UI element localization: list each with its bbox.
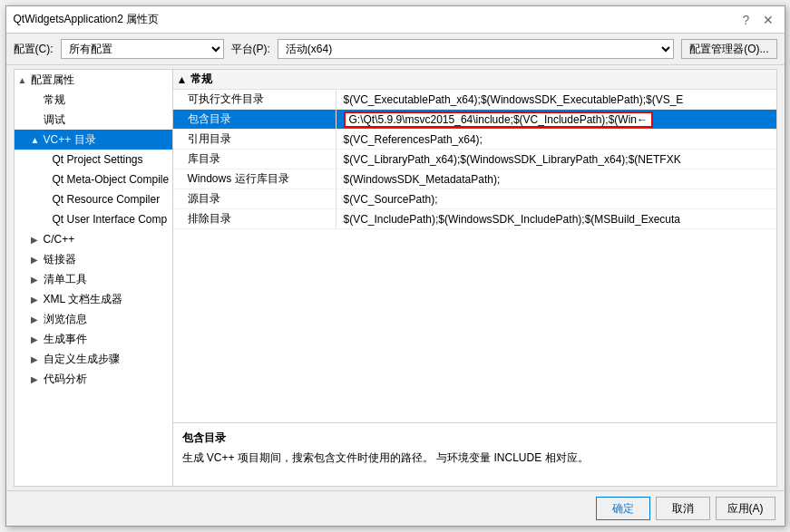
browse-expand-icon: ▶ — [31, 314, 44, 324]
tree-item-linker-label: 链接器 — [44, 252, 172, 267]
tree-item-qt-project-label: Qt Project Settings — [53, 153, 172, 166]
tree-item-vcpp-label: VC++ 目录 — [44, 132, 172, 148]
prop-name-winrt: Windows 运行库目录 — [173, 169, 336, 189]
tree-item-debug-label: 调试 — [44, 112, 172, 128]
tree-item-qt-ui[interactable]: Qt User Interface Comp — [15, 209, 172, 229]
tree-item-build-events[interactable]: ▶ 生成事件 — [15, 329, 172, 349]
prop-value-include: G:\Qt\5.9.9\msvc2015_64\include;$(VC_Inc… — [336, 110, 776, 129]
desc-title: 包含目录 — [182, 430, 767, 446]
tree-item-custom-build[interactable]: ▶ 自定义生成步骤 — [15, 349, 172, 369]
cpp-expand-icon: ▶ — [31, 235, 44, 245]
prop-value-lib: $(VC_LibraryPath_x64);$(WindowsSDK_Libra… — [336, 150, 776, 169]
prop-name-src: 源目录 — [173, 189, 336, 208]
section-header-general[interactable]: ▲ 常规 — [173, 70, 776, 90]
description-panel: 包含目录 生成 VC++ 项目期间，搜索包含文件时使用的路径。 与环境变量 IN… — [173, 422, 776, 486]
tree-item-qt-meta-label: Qt Meta-Object Compile — [53, 173, 172, 186]
prop-value-src: $(VC_SourcePath); — [336, 189, 776, 208]
config-manager-button[interactable]: 配置管理器(O)... — [681, 39, 776, 59]
tree-item-cpp[interactable]: ▶ C/C++ — [15, 229, 172, 249]
prop-value-exe: $(VC_ExecutablePath_x64);$(WindowsSDK_Ex… — [336, 90, 776, 109]
title-bar-buttons: ? ✕ — [737, 11, 777, 29]
tree-item-qt-resource[interactable]: Qt Resource Compiler — [15, 189, 172, 209]
prop-row-excl[interactable]: 排除目录 $(VC_IncludePath);$(WindowsSDK_Incl… — [173, 209, 776, 229]
prop-row-winrt[interactable]: Windows 运行库目录 $(WindowsSDK_MetadataPath)… — [173, 169, 776, 189]
prop-name-excl: 排除目录 — [173, 209, 336, 228]
tree-root-label: 配置属性 — [31, 73, 172, 88]
title-bar: QtWidgetsApplication2 属性页 ? ✕ — [6, 6, 785, 34]
prop-row-include[interactable]: 包含目录 G:\Qt\5.9.9\msvc2015_64\include;$(V… — [173, 110, 776, 130]
window-title: QtWidgetsApplication2 属性页 — [14, 12, 160, 27]
section-expand-icon: ▲ — [177, 73, 188, 86]
tree-item-vcpp[interactable]: ▲ VC++ 目录 — [15, 130, 172, 150]
prop-value-excl: $(VC_IncludePath);$(WindowsSDK_IncludePa… — [336, 209, 776, 228]
linker-expand-icon: ▶ — [31, 255, 44, 265]
root-expand-icon: ▲ — [18, 75, 31, 85]
tree-item-general-label: 常规 — [44, 92, 172, 108]
left-panel: ▲ 配置属性 常规 调试 ▲ VC++ 目录 Qt Project Settin… — [15, 70, 173, 486]
prop-name-lib: 库目录 — [173, 150, 336, 169]
prop-value-winrt: $(WindowsSDK_MetadataPath); — [336, 169, 776, 189]
tree-item-code-analysis-label: 代码分析 — [44, 372, 172, 387]
section-header-label: 常规 — [190, 72, 212, 87]
build-events-expand-icon: ▶ — [31, 334, 44, 344]
prop-row-exe[interactable]: 可执行文件目录 $(VC_ExecutablePath_x64);$(Windo… — [173, 90, 776, 110]
manifest-expand-icon: ▶ — [31, 275, 44, 285]
code-analysis-expand-icon: ▶ — [31, 374, 44, 384]
prop-row-lib[interactable]: 库目录 $(VC_LibraryPath_x64);$(WindowsSDK_L… — [173, 150, 776, 169]
prop-row-ref[interactable]: 引用目录 $(VC_ReferencesPath_x64); — [173, 130, 776, 150]
tree-item-xml[interactable]: ▶ XML 文档生成器 — [15, 289, 172, 309]
right-panel: ▲ 常规 可执行文件目录 $(VC_ExecutablePath_x64);$(… — [173, 70, 776, 486]
prop-row-src[interactable]: 源目录 $(VC_SourcePath); — [173, 189, 776, 209]
prop-value-include-text: G:\Qt\5.9.9\msvc2015_64\include;$(VC_Inc… — [344, 111, 654, 128]
tree-item-custom-build-label: 自定义生成步骤 — [44, 352, 172, 367]
tree-item-qt-project[interactable]: Qt Project Settings — [15, 150, 172, 169]
cancel-button[interactable]: 取消 — [656, 497, 710, 520]
tree-item-qt-meta[interactable]: Qt Meta-Object Compile — [15, 169, 172, 189]
prop-name-include: 包含目录 — [173, 110, 336, 129]
prop-value-ref: $(VC_ReferencesPath_x64); — [336, 130, 776, 149]
desc-text: 生成 VC++ 项目期间，搜索包含文件时使用的路径。 与环境变量 INCLUDE… — [182, 450, 767, 466]
tree-item-general[interactable]: 常规 — [15, 90, 172, 110]
main-content: ▲ 配置属性 常规 调试 ▲ VC++ 目录 Qt Project Settin… — [14, 69, 777, 487]
tree-root[interactable]: ▲ 配置属性 — [15, 70, 172, 90]
tree-item-browse-label: 浏览信息 — [44, 312, 172, 327]
tree-item-browse[interactable]: ▶ 浏览信息 — [15, 309, 172, 329]
tree-item-xml-label: XML 文档生成器 — [44, 292, 172, 307]
toolbar: 配置(C): 所有配置 平台(P): 活动(x64) 配置管理器(O)... — [6, 34, 785, 65]
tree-item-linker[interactable]: ▶ 链接器 — [15, 249, 172, 269]
apply-button[interactable]: 应用(A) — [716, 497, 775, 520]
props-table: ▲ 常规 可执行文件目录 $(VC_ExecutablePath_x64);$(… — [173, 70, 776, 422]
tree-item-build-events-label: 生成事件 — [44, 332, 172, 347]
custom-build-expand-icon: ▶ — [31, 354, 44, 364]
close-button[interactable]: ✕ — [759, 11, 777, 29]
help-button[interactable]: ? — [737, 11, 756, 29]
ok-button[interactable]: 确定 — [596, 497, 650, 520]
config-label: 配置(C): — [14, 42, 54, 57]
tree-item-debug[interactable]: 调试 — [15, 110, 172, 130]
bottom-bar: 确定 取消 应用(A) — [6, 490, 785, 526]
tree-item-qt-ui-label: Qt User Interface Comp — [53, 213, 172, 226]
tree-item-manifest-label: 清单工具 — [44, 272, 172, 287]
platform-label: 平台(P): — [231, 42, 270, 57]
platform-select[interactable]: 活动(x64) — [278, 39, 674, 59]
tree-item-code-analysis[interactable]: ▶ 代码分析 — [15, 369, 172, 389]
prop-name-exe: 可执行文件目录 — [173, 90, 336, 109]
xml-expand-icon: ▶ — [31, 295, 44, 305]
config-select[interactable]: 所有配置 — [61, 39, 224, 59]
dialog-window: QtWidgetsApplication2 属性页 ? ✕ 配置(C): 所有配… — [5, 5, 785, 527]
tree-item-manifest[interactable]: ▶ 清单工具 — [15, 269, 172, 289]
tree-item-cpp-label: C/C++ — [44, 233, 172, 246]
tree-item-qt-resource-label: Qt Resource Compiler — [53, 193, 172, 206]
vcpp-expand-icon: ▲ — [31, 135, 44, 145]
prop-name-ref: 引用目录 — [173, 130, 336, 149]
